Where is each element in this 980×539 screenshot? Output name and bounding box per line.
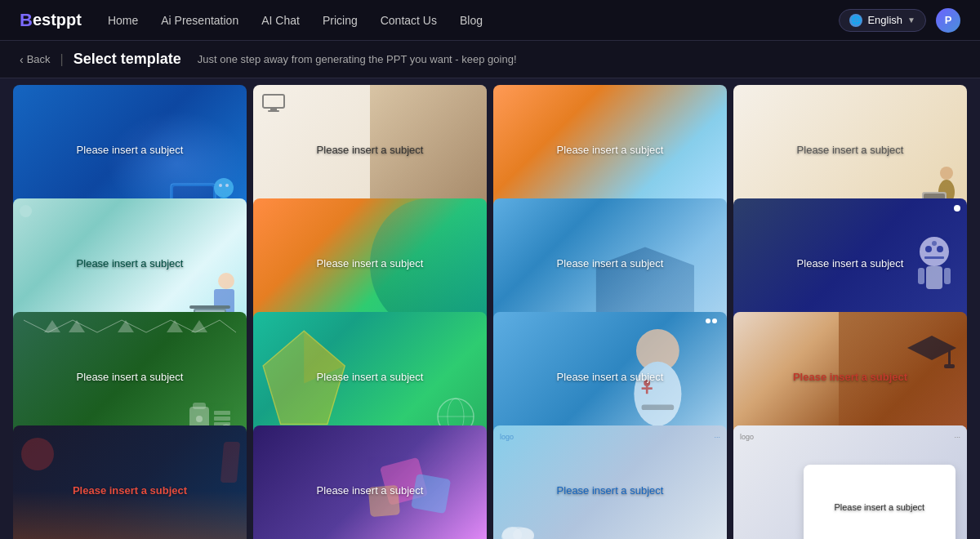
template-card-10[interactable]: Please insert a subject xyxy=(253,312,487,443)
svg-point-3 xyxy=(214,178,234,198)
svg-point-23 xyxy=(937,246,943,252)
svg-rect-24 xyxy=(924,256,944,259)
template-grid: Please insert a subject Please insert a … xyxy=(0,78,980,539)
card-8-label: Please insert a subject xyxy=(791,250,911,278)
language-label: English xyxy=(867,14,902,26)
card-4-label: Please insert a subject xyxy=(791,136,911,164)
svg-point-22 xyxy=(925,246,932,252)
svg-point-12 xyxy=(940,167,953,180)
card-13-label: Please insert a subject xyxy=(66,477,194,505)
avatar[interactable]: P xyxy=(936,8,960,33)
svg-rect-10 xyxy=(270,108,277,110)
svg-rect-35 xyxy=(193,403,206,409)
card-7-label: Please insert a subject xyxy=(550,250,670,278)
svg-marker-31 xyxy=(118,320,134,332)
back-label: Back xyxy=(27,53,51,65)
nav-ai-chat[interactable]: AI Chat xyxy=(261,14,300,27)
card-11-label: Please insert a subject xyxy=(550,363,670,391)
breadcrumb-separator: | xyxy=(60,52,64,67)
logo[interactable]: B estppt xyxy=(20,10,82,31)
template-card-8[interactable]: Please insert a subject xyxy=(733,198,967,330)
card-16-label: Please insert a subject xyxy=(827,495,931,520)
template-card-5[interactable]: Please insert a subject xyxy=(13,198,247,330)
template-card-11[interactable]: Please insert a subject xyxy=(493,312,727,443)
template-card-6[interactable]: Please insert a subject xyxy=(253,198,487,330)
nav-pricing[interactable]: Pricing xyxy=(323,14,358,27)
nav-blog[interactable]: Blog xyxy=(460,14,483,27)
nav-links: Home Ai Presentation AI Chat Pricing Con… xyxy=(108,14,813,27)
nav-right: 🌐 English ▼ P xyxy=(839,8,960,33)
template-card-13[interactable]: Please insert a subject xyxy=(13,425,247,539)
globe-icon: 🌐 xyxy=(849,14,862,27)
nav-ai-presentation[interactable]: Ai Presentation xyxy=(161,14,238,27)
svg-rect-9 xyxy=(263,95,284,108)
card-6-label: Please insert a subject xyxy=(310,250,430,278)
template-card-4[interactable]: Please insert a subject xyxy=(733,85,967,216)
svg-rect-48 xyxy=(642,404,675,410)
svg-point-36 xyxy=(196,416,203,422)
page-title: Select template xyxy=(74,51,181,68)
template-card-16[interactable]: Please insert a subject logo ··· xyxy=(733,425,967,539)
svg-point-5 xyxy=(225,184,229,187)
monitor-icon xyxy=(261,93,286,113)
svg-rect-54 xyxy=(944,364,955,368)
card-14-label: Please insert a subject xyxy=(310,477,430,505)
svg-rect-18 xyxy=(189,305,230,309)
template-card-7[interactable]: Please insert a subject xyxy=(493,198,727,330)
language-selector[interactable]: 🌐 English ▼ xyxy=(839,9,926,32)
card-3-label: Please insert a subject xyxy=(550,136,670,164)
ai-robot-illustration xyxy=(910,235,959,292)
svg-rect-37 xyxy=(214,411,230,415)
chevron-down-icon: ▼ xyxy=(907,16,915,24)
svg-rect-25 xyxy=(926,266,942,289)
svg-marker-33 xyxy=(191,320,207,332)
svg-rect-53 xyxy=(948,348,951,364)
card-2-label: Please insert a subject xyxy=(310,136,430,164)
page-subtitle: Just one step away from generating the P… xyxy=(198,53,517,65)
breadcrumb: ‹ Back | Select template Just one step a… xyxy=(0,41,980,78)
card-15-label: Please insert a subject xyxy=(550,477,670,505)
card-10-label: Please insert a subject xyxy=(310,363,430,391)
template-card-2[interactable]: Please insert a subject xyxy=(253,85,487,216)
template-card-12[interactable]: Please insert a subject xyxy=(733,312,967,443)
svg-rect-11 xyxy=(268,110,279,112)
logo-icon: B xyxy=(20,10,33,31)
svg-marker-29 xyxy=(44,320,60,332)
back-button[interactable]: ‹ Back xyxy=(20,53,51,66)
svg-point-16 xyxy=(218,273,234,289)
svg-point-4 xyxy=(219,184,222,187)
template-card-3[interactable]: Please insert a subject xyxy=(493,85,727,216)
nav-home[interactable]: Home xyxy=(108,14,138,27)
cloud-illustration xyxy=(497,520,538,539)
svg-point-28 xyxy=(932,241,937,246)
card-9-label: Please insert a subject xyxy=(70,363,190,391)
template-card-1[interactable]: Please insert a subject xyxy=(13,85,247,216)
svg-marker-30 xyxy=(69,320,85,332)
card-1-label: Please insert a subject xyxy=(70,136,190,164)
logo-text: estppt xyxy=(33,11,82,29)
template-card-15[interactable]: Please insert a subject logo ··· xyxy=(493,425,727,539)
card-5-label: Please insert a subject xyxy=(70,250,190,278)
svg-rect-27 xyxy=(944,268,951,284)
template-card-9[interactable]: Please insert a subject xyxy=(13,312,247,443)
template-card-14[interactable]: Please insert a subject xyxy=(253,425,487,539)
card-12-label: Please insert a subject xyxy=(786,363,914,391)
svg-rect-26 xyxy=(918,268,924,284)
svg-rect-38 xyxy=(214,416,230,421)
back-arrow-icon: ‹ xyxy=(20,53,24,66)
nav-contact-us[interactable]: Contact Us xyxy=(381,14,437,27)
navbar: B estppt Home Ai Presentation AI Chat Pr… xyxy=(0,0,980,41)
bunting-decoration xyxy=(13,316,247,336)
svg-marker-32 xyxy=(167,320,183,332)
